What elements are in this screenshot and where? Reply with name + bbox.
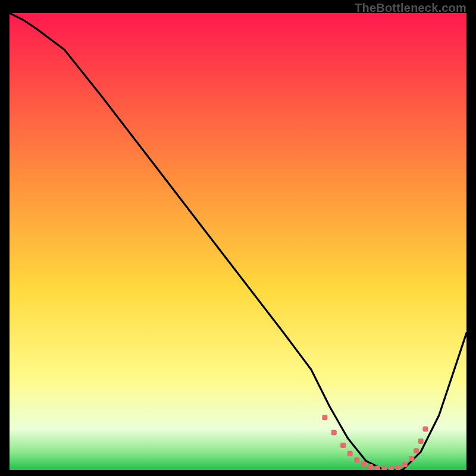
optimal-marker bbox=[414, 448, 419, 453]
optimal-marker bbox=[322, 415, 327, 420]
optimal-marker bbox=[340, 443, 346, 448]
gradient-background bbox=[10, 13, 466, 470]
optimal-marker bbox=[422, 426, 428, 431]
optimal-marker bbox=[331, 430, 337, 436]
optimal-marker bbox=[409, 456, 414, 461]
optimal-marker bbox=[375, 465, 380, 470]
optimal-marker bbox=[361, 462, 367, 467]
bottleneck-chart bbox=[10, 13, 466, 470]
chart-frame bbox=[10, 13, 466, 470]
optimal-marker bbox=[402, 462, 408, 467]
optimal-marker bbox=[381, 466, 387, 470]
optimal-marker bbox=[389, 466, 394, 470]
optimal-marker bbox=[418, 439, 424, 444]
optimal-marker bbox=[354, 458, 359, 463]
optimal-marker bbox=[368, 464, 373, 469]
optimal-marker bbox=[395, 465, 400, 470]
optimal-marker bbox=[347, 451, 353, 456]
